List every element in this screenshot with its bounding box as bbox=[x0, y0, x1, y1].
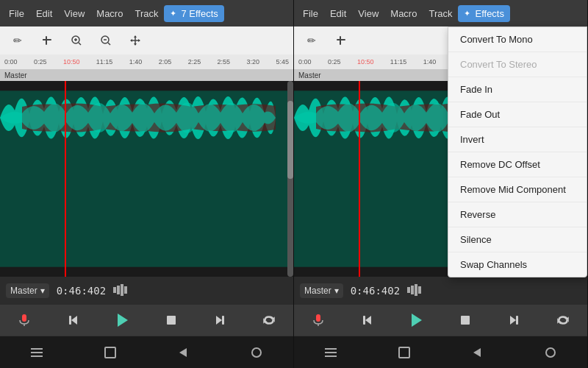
dropdown-swap-channels[interactable]: Swap Channels bbox=[448, 252, 587, 277]
dropdown-convert-mono[interactable]: Convert To Mono bbox=[448, 27, 587, 52]
ruler-label: 11:15 bbox=[96, 58, 113, 66]
right-bottom-nav bbox=[294, 336, 587, 368]
right-menu-view[interactable]: View bbox=[352, 5, 384, 22]
left-menu-view[interactable]: View bbox=[58, 5, 90, 22]
left-menu-effects[interactable]: ✦ 7 Effects bbox=[164, 5, 223, 22]
ruler-label: 2:55 bbox=[218, 58, 231, 66]
dropdown-reverse[interactable]: Reverse bbox=[448, 202, 587, 227]
svg-marker-56 bbox=[473, 348, 481, 357]
right-waveform-view-icon[interactable] bbox=[407, 284, 422, 298]
left-menu-edit[interactable]: Edit bbox=[30, 5, 58, 22]
right-menu-edit[interactable]: Edit bbox=[324, 5, 352, 22]
left-menu-macro[interactable]: Macro bbox=[90, 5, 129, 22]
left-track-label: Master bbox=[0, 69, 293, 81]
left-scrollbar-thumb[interactable] bbox=[287, 101, 293, 179]
ruler-label-container: 0:00 0:25 10:50 11:15 1:40 2:05 2:25 2:5… bbox=[3, 58, 290, 66]
svg-marker-50 bbox=[510, 316, 516, 325]
dropdown-remove-dc[interactable]: Remove DC Offset bbox=[448, 152, 587, 177]
right-mic-button[interactable] bbox=[305, 307, 331, 333]
effects-dropdown-menu: Convert To Mono Convert To Stereo Fade I… bbox=[448, 26, 587, 277]
dropdown-fade-out[interactable]: Fade Out bbox=[448, 102, 587, 127]
right-effects-star-icon: ✦ bbox=[464, 9, 470, 18]
svg-marker-13 bbox=[134, 43, 137, 46]
svg-rect-20 bbox=[121, 284, 123, 296]
left-menu-track[interactable]: Track bbox=[129, 5, 164, 22]
move-tool[interactable] bbox=[123, 30, 147, 51]
svg-marker-26 bbox=[118, 314, 128, 327]
right-ruler-label: 11:15 bbox=[390, 58, 407, 66]
right-pencil-tool[interactable]: ✏ bbox=[300, 30, 323, 51]
dropdown-silence[interactable]: Silence bbox=[448, 227, 587, 252]
dropdown-arrow-icon: ▾ bbox=[40, 286, 45, 296]
zoom-out-tool[interactable] bbox=[94, 30, 118, 51]
left-menu-file[interactable]: File bbox=[3, 5, 30, 22]
svg-rect-29 bbox=[222, 316, 224, 325]
right-nav-menu[interactable] bbox=[316, 339, 345, 366]
right-prev-button[interactable] bbox=[354, 307, 381, 333]
right-menu-effects[interactable]: ✦ Effects bbox=[458, 5, 510, 22]
left-loop-button[interactable] bbox=[256, 307, 282, 333]
svg-rect-37 bbox=[340, 36, 341, 45]
left-scrollbar[interactable] bbox=[287, 81, 293, 277]
left-waveform-view-icon[interactable] bbox=[113, 284, 128, 298]
right-ruler-label: 10:50 bbox=[357, 58, 374, 66]
pencil-tool[interactable]: ✏ bbox=[6, 30, 29, 51]
right-menu-file[interactable]: File bbox=[297, 5, 324, 22]
left-stop-button[interactable] bbox=[158, 307, 184, 333]
right-dropdown-arrow-icon: ▾ bbox=[334, 286, 339, 296]
svg-rect-18 bbox=[113, 287, 116, 293]
left-bottom-nav bbox=[0, 336, 293, 368]
right-playhead bbox=[359, 81, 360, 277]
left-playhead bbox=[65, 81, 66, 277]
svg-rect-21 bbox=[124, 286, 127, 294]
svg-rect-44 bbox=[316, 314, 320, 322]
left-track-selector[interactable]: Master ▾ bbox=[6, 283, 49, 298]
right-ruler-label: 1:40 bbox=[423, 58, 437, 66]
left-nav-back[interactable] bbox=[168, 339, 198, 366]
svg-rect-25 bbox=[69, 316, 71, 325]
left-waveform[interactable] bbox=[0, 81, 293, 277]
right-cursor-tool[interactable] bbox=[329, 30, 353, 51]
ruler-label: 3:20 bbox=[247, 58, 260, 66]
cursor-tool[interactable] bbox=[35, 30, 59, 51]
zoom-in-tool[interactable] bbox=[65, 30, 88, 51]
dropdown-remove-mid[interactable]: Remove Mid Component bbox=[448, 177, 587, 202]
right-nav-square[interactable] bbox=[390, 339, 419, 366]
right-stop-button[interactable] bbox=[452, 307, 478, 333]
svg-marker-12 bbox=[134, 35, 137, 38]
svg-rect-1 bbox=[46, 36, 47, 45]
left-nav-square[interactable] bbox=[96, 339, 125, 366]
right-nav-back[interactable] bbox=[462, 339, 492, 366]
left-time-display: 0:46:402 bbox=[57, 285, 106, 297]
svg-rect-22 bbox=[22, 314, 26, 322]
right-loop-button[interactable] bbox=[550, 307, 576, 333]
dropdown-invert[interactable]: Invert bbox=[448, 127, 587, 152]
svg-rect-55 bbox=[399, 347, 409, 358]
right-next-button[interactable] bbox=[501, 307, 527, 333]
left-prev-button[interactable] bbox=[60, 307, 87, 333]
right-transport-bar: Master ▾ 0:46:402 bbox=[294, 277, 587, 305]
left-play-button[interactable] bbox=[109, 307, 135, 333]
right-track-selector[interactable]: Master ▾ bbox=[300, 283, 343, 298]
svg-marker-46 bbox=[365, 316, 371, 325]
svg-rect-42 bbox=[415, 284, 417, 296]
right-panel: File Edit View Macro Track ✦ Effects ✏ C… bbox=[294, 0, 588, 368]
dropdown-convert-stereo: Convert To Stereo bbox=[448, 52, 587, 77]
svg-rect-47 bbox=[363, 316, 365, 325]
right-menu-track[interactable]: Track bbox=[423, 5, 458, 22]
dropdown-fade-in[interactable]: Fade In bbox=[448, 77, 587, 102]
svg-marker-28 bbox=[216, 316, 222, 325]
right-play-button[interactable] bbox=[403, 307, 429, 333]
ruler-label: 0:00 bbox=[4, 58, 18, 66]
left-mic-button[interactable] bbox=[11, 307, 37, 333]
svg-rect-43 bbox=[418, 286, 421, 294]
right-menu-macro[interactable]: Macro bbox=[384, 5, 423, 22]
left-nav-record[interactable] bbox=[242, 339, 271, 366]
left-next-button[interactable] bbox=[207, 307, 233, 333]
right-nav-record[interactable] bbox=[536, 339, 565, 366]
left-menu-bar: File Edit View Macro Track ✦ 7 Effects bbox=[0, 0, 293, 26]
left-nav-menu[interactable] bbox=[22, 339, 51, 366]
right-menu-bar: File Edit View Macro Track ✦ Effects bbox=[294, 0, 587, 26]
effects-star-icon: ✦ bbox=[170, 9, 176, 18]
svg-marker-48 bbox=[412, 314, 422, 327]
